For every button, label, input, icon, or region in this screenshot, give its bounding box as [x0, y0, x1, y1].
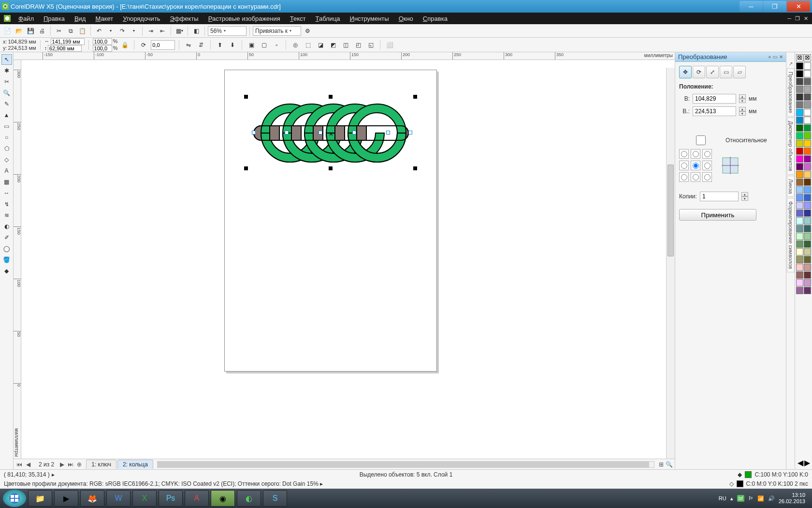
copies-input[interactable]	[700, 192, 739, 201]
print-icon[interactable]: 🖨	[37, 26, 47, 36]
size-mode-icon[interactable]: ▭	[720, 66, 732, 78]
color-swatch[interactable]	[804, 148, 811, 155]
menu-effects[interactable]: Эффекты	[165, 15, 203, 22]
rotation-input[interactable]	[151, 40, 175, 50]
color-swatch[interactable]	[796, 109, 803, 116]
color-swatch[interactable]	[804, 132, 811, 139]
rectangle-tool[interactable]: ▭	[1, 121, 12, 132]
color-swatch[interactable]	[804, 186, 811, 194]
height-input[interactable]	[48, 45, 82, 52]
task-wmp[interactable]: ▶	[54, 490, 78, 507]
color-swatch[interactable]	[804, 62, 811, 70]
color-swatch[interactable]	[804, 202, 811, 209]
pos-h-input[interactable]	[693, 94, 736, 104]
color-swatch[interactable]	[804, 163, 811, 170]
color-swatch[interactable]	[796, 225, 803, 232]
paste-icon[interactable]: 📋	[77, 26, 87, 36]
color-swatch[interactable]	[804, 93, 811, 101]
vtab-charformat[interactable]: Форматирование символов	[787, 198, 795, 272]
menu-text[interactable]: Текст	[285, 15, 311, 22]
color-swatch[interactable]	[804, 140, 811, 147]
redo-drop-icon[interactable]: ▾	[129, 26, 139, 36]
vtab-transform[interactable]: Преобразование	[787, 68, 795, 117]
interactive-fill-tool[interactable]: ◆	[1, 266, 12, 276]
scrollbar-vertical[interactable]	[666, 68, 675, 459]
new-icon[interactable]: 📄	[2, 26, 13, 36]
copy-icon[interactable]: ⧉	[65, 26, 76, 36]
lock-ratio-icon[interactable]: 🔒	[119, 40, 130, 50]
simplify-icon[interactable]: ◫	[340, 40, 351, 50]
shape-tool[interactable]: ✱	[1, 65, 12, 76]
outline-swatch[interactable]	[737, 480, 743, 487]
docker-detach-icon[interactable]: ▭	[773, 54, 777, 60]
fill-tool[interactable]: 🪣	[1, 254, 12, 265]
tray-volume-icon[interactable]: 🔊	[768, 495, 775, 502]
redo-icon[interactable]: ↷	[117, 26, 128, 36]
task-word[interactable]: W	[106, 490, 130, 507]
to-front-icon[interactable]: ⬆	[215, 40, 225, 50]
canvas[interactable]: ✕	[21, 60, 675, 459]
maximize-button[interactable]: ❐	[763, 1, 786, 12]
fill-swatch[interactable]	[745, 471, 752, 478]
to-back-icon[interactable]: ⬇	[227, 40, 238, 50]
ruler-vertical[interactable]: миллиметры 300250200150100500	[14, 60, 21, 459]
first-page-icon[interactable]: ⏮	[15, 461, 23, 468]
menu-view[interactable]: Вид	[70, 15, 91, 22]
navigator-icon[interactable]: ⊞	[657, 461, 665, 468]
color-swatch[interactable]	[804, 179, 811, 186]
menu-table[interactable]: Таблица	[311, 15, 345, 22]
start-button[interactable]	[3, 490, 26, 507]
minimize-button[interactable]: ─	[740, 1, 763, 12]
tab-1[interactable]: 1: ключ	[86, 460, 116, 469]
smart-fill-tool[interactable]: ▲	[1, 110, 12, 120]
table-tool[interactable]: ▦	[1, 177, 12, 187]
spin-up[interactable]: ▴	[739, 94, 746, 99]
doc-minimize[interactable]: ─	[787, 15, 791, 22]
color-swatch[interactable]	[796, 148, 803, 155]
docker-close-icon[interactable]: ✕	[779, 54, 783, 60]
color-swatch[interactable]	[796, 209, 803, 217]
pos-v-input[interactable]	[693, 106, 736, 116]
task-explorer[interactable]: 📁	[28, 490, 52, 507]
color-swatch[interactable]	[804, 78, 811, 85]
color-swatch[interactable]	[796, 140, 803, 147]
color-swatch[interactable]	[804, 279, 811, 286]
options-icon[interactable]: ⚙	[302, 26, 313, 36]
ellipse-tool[interactable]: ○	[1, 132, 12, 143]
tray-up-icon[interactable]: ▴	[730, 495, 733, 502]
outline-tool[interactable]: ◯	[1, 243, 12, 254]
zoom-tool[interactable]: 🔍	[1, 88, 12, 98]
color-swatch[interactable]	[796, 264, 803, 271]
color-swatch[interactable]	[796, 248, 803, 255]
app-launcher-icon[interactable]: ▦▾	[174, 26, 185, 36]
palette-next-icon[interactable]: ▶	[804, 458, 810, 467]
menu-layout[interactable]: Макет	[90, 15, 118, 22]
undo-drop-icon[interactable]: ▾	[105, 26, 116, 36]
last-page-icon[interactable]: ⏭	[67, 461, 74, 468]
tray-bf-icon[interactable]: bf	[737, 495, 744, 502]
color-swatch[interactable]	[804, 194, 811, 201]
spin-down[interactable]: ▾	[739, 111, 746, 116]
no-outline-swatch[interactable]: ⊠	[804, 54, 811, 61]
tray-date[interactable]: 26.02.2013	[779, 498, 805, 505]
transparency-tool[interactable]: ◐	[1, 221, 12, 232]
prev-page-icon[interactable]: ◀	[24, 461, 32, 468]
tray-flag-icon[interactable]: 🏳	[748, 495, 754, 501]
front-minus-back-icon[interactable]: ◰	[353, 40, 363, 50]
save-icon[interactable]: 💾	[25, 26, 36, 36]
position-mode-icon[interactable]: ✥	[679, 66, 692, 78]
skew-mode-icon[interactable]: ▱	[733, 66, 746, 78]
scale-x-input[interactable]	[93, 38, 112, 45]
export-icon[interactable]: ⇤	[157, 26, 168, 36]
color-swatch[interactable]	[796, 240, 803, 248]
color-swatch[interactable]	[804, 70, 811, 77]
color-swatch[interactable]	[796, 62, 803, 70]
spin-down[interactable]: ▾	[739, 99, 746, 103]
color-swatch[interactable]	[804, 109, 811, 116]
doc-restore[interactable]: ❐	[795, 15, 800, 22]
ungroup-all-icon[interactable]: ▫	[271, 40, 282, 50]
color-swatch[interactable]	[796, 186, 803, 194]
menu-file[interactable]: Файл	[14, 15, 39, 22]
boundary-icon[interactable]: ⬜	[384, 40, 395, 50]
task-excel[interactable]: X	[132, 490, 157, 507]
